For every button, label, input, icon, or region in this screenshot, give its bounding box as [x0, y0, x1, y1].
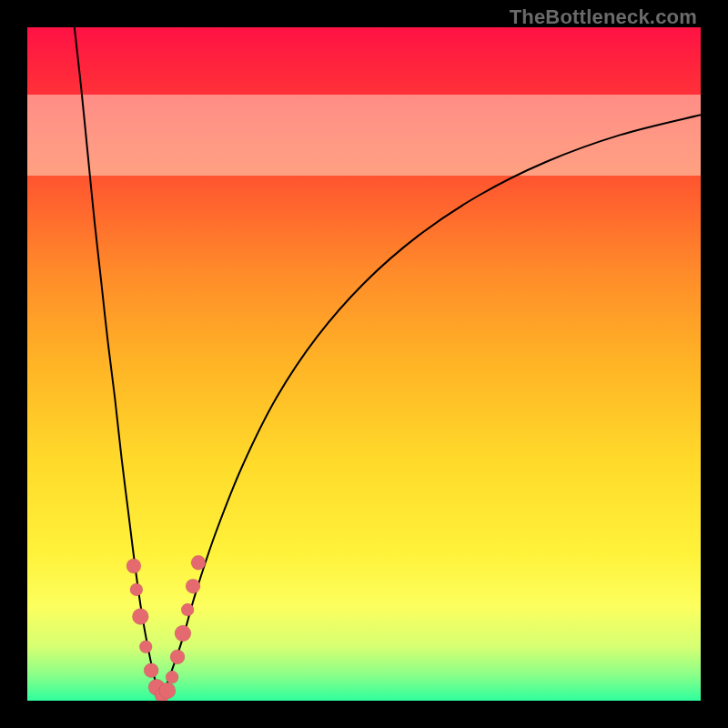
marker-point: [170, 650, 185, 664]
watermark-text: TheBottleneck.com: [510, 5, 697, 29]
left-curve: [75, 27, 162, 697]
curves-layer: [27, 27, 701, 701]
plot-area: [27, 27, 701, 701]
marker-point: [139, 641, 152, 653]
marker-point: [175, 625, 191, 642]
marker-point: [126, 559, 141, 573]
marker-point: [186, 579, 200, 593]
right-curve: [162, 115, 701, 697]
marker-point: [166, 671, 178, 683]
marker-point: [159, 682, 176, 699]
marker-point: [144, 663, 158, 678]
marker-point: [191, 555, 206, 570]
marker-point: [130, 583, 143, 596]
valley-points: [126, 555, 206, 701]
marker-point: [132, 609, 148, 625]
chart-frame: TheBottleneck.com: [0, 0, 728, 728]
marker-point: [181, 603, 194, 616]
